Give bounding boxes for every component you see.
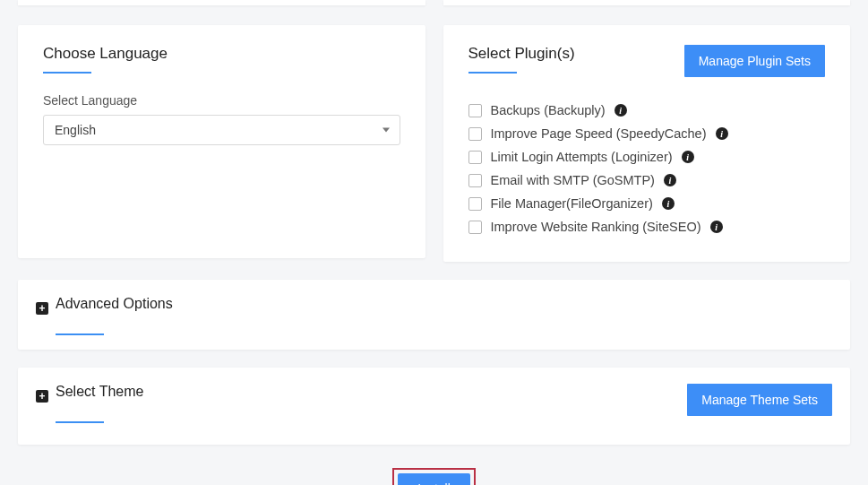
advanced-options-card: + Advanced Options (18, 280, 850, 350)
plugin-checkbox[interactable] (468, 127, 482, 141)
choose-language-title: Choose Language (43, 45, 400, 72)
plus-icon: + (36, 302, 48, 315)
advanced-options-toggle[interactable]: + Advanced Options (36, 296, 832, 321)
select-plugins-title: Select Plugin(s) (468, 45, 575, 72)
prev-card-sliver-right (443, 0, 851, 5)
plugin-checkbox[interactable] (468, 151, 482, 164)
plugin-list: Backups (Backuply) i Improve Page Speed … (468, 90, 826, 238)
plugin-item: Improve Page Speed (SpeedyCache) i (468, 122, 826, 145)
info-icon[interactable]: i (664, 174, 676, 186)
plugin-item: Limit Login Attempts (Loginizer) i (468, 145, 826, 169)
info-icon[interactable]: i (682, 151, 694, 163)
install-button[interactable]: Install (398, 473, 470, 485)
language-select[interactable]: English (43, 115, 400, 145)
choose-language-card: Choose Language Select Language English (18, 25, 425, 258)
select-language-label: Select Language (43, 93, 400, 108)
select-theme-toggle[interactable]: + Select Theme (36, 384, 143, 409)
plugin-checkbox[interactable] (468, 104, 482, 117)
plugin-item: Improve Website Ranking (SiteSEO) i (468, 215, 826, 238)
plugin-label: Email with SMTP (GoSMTP) (491, 173, 655, 187)
plugin-label: File Manager(FileOrganizer) (491, 196, 653, 211)
prev-card-sliver-left (18, 0, 425, 5)
plugin-checkbox[interactable] (468, 197, 482, 211)
plugin-label: Improve Page Speed (SpeedyCache) (491, 126, 707, 141)
info-icon[interactable]: i (662, 197, 675, 210)
info-icon[interactable]: i (716, 127, 728, 140)
select-theme-card: + Select Theme Manage Theme Sets (18, 368, 850, 445)
plugin-label: Improve Website Ranking (SiteSEO) (491, 220, 701, 234)
plugin-item: Backups (Backuply) i (468, 99, 826, 122)
info-icon[interactable]: i (710, 221, 723, 233)
plugin-item: File Manager(FileOrganizer) i (468, 192, 826, 215)
select-theme-title: Select Theme (56, 384, 143, 409)
install-highlight-box: Install (392, 468, 476, 485)
info-icon[interactable]: i (614, 104, 627, 117)
advanced-options-title: Advanced Options (56, 296, 173, 321)
plugin-label: Backups (Backuply) (491, 103, 606, 117)
manage-plugin-sets-button[interactable]: Manage Plugin Sets (684, 45, 825, 77)
plugin-checkbox[interactable] (468, 221, 482, 234)
plugin-checkbox[interactable] (468, 174, 482, 187)
select-plugins-card: Select Plugin(s) Manage Plugin Sets Back… (443, 25, 851, 262)
plugin-item: Email with SMTP (GoSMTP) i (468, 169, 826, 192)
plugin-label: Limit Login Attempts (Loginizer) (491, 150, 673, 164)
manage-theme-sets-button[interactable]: Manage Theme Sets (687, 384, 832, 416)
plus-icon: + (36, 390, 48, 403)
